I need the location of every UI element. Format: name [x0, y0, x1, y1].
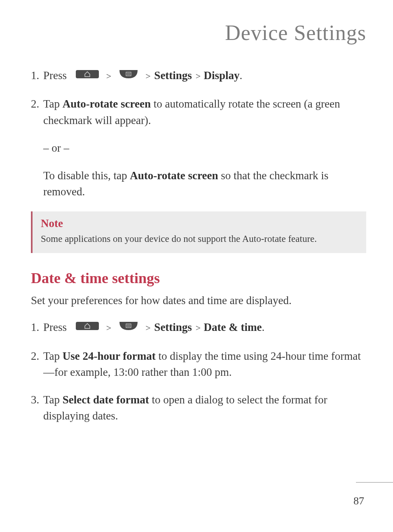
home-key-icon	[76, 319, 99, 335]
step-number: 1.	[31, 68, 43, 84]
separator: >	[145, 323, 151, 333]
manual-page: Device Settings 1. Press > >	[0, 0, 393, 532]
note-box: Note Some applications on your device do…	[31, 211, 366, 253]
date-format-label: Select date format	[63, 394, 149, 406]
separator: >	[195, 323, 204, 333]
section-title: Date & time settings	[31, 270, 366, 287]
text: Tap	[43, 98, 63, 110]
disable-instruction: To disable this, tap Auto-rotate screen …	[43, 168, 366, 200]
text: Tap	[43, 394, 63, 406]
step-1: 1. Press > > Settings >	[31, 68, 366, 84]
datetime-label: Date & time	[204, 321, 262, 333]
text-press: Press	[43, 321, 67, 333]
period: .	[240, 69, 243, 82]
24hour-label: Use 24-hour format	[63, 350, 156, 362]
step-number: 1.	[31, 319, 43, 336]
separator: >	[105, 71, 112, 81]
page-number: 87	[353, 495, 364, 507]
display-label: Display	[204, 69, 240, 82]
separator: >	[145, 71, 151, 81]
s2-step-3: 3. Tap Select date format to open a dial…	[31, 392, 366, 424]
page-title: Device Settings	[31, 21, 366, 45]
step-number: 2.	[31, 348, 43, 380]
section-intro: Set your preferences for how dates and t…	[31, 294, 366, 307]
step-number: 2.	[31, 96, 43, 128]
s2-step-2: 2. Tap Use 24-hour format to display the…	[31, 348, 366, 380]
step-body: Tap Auto-rotate screen to automatically …	[43, 96, 366, 128]
menu-key-icon	[119, 68, 138, 84]
text: Tap	[43, 350, 63, 362]
menu-key-icon	[119, 319, 138, 335]
step-number: 3.	[31, 392, 43, 424]
settings-label: Settings	[154, 69, 192, 82]
auto-rotate-label: Auto-rotate screen	[63, 98, 151, 110]
step-2: 2. Tap Auto-rotate screen to automatical…	[31, 96, 366, 128]
note-body: Some applications on your device do not …	[41, 232, 358, 246]
step-body: Press > > Settings > Display.	[43, 68, 366, 84]
footer-rule	[356, 482, 393, 483]
settings-label: Settings	[154, 321, 192, 333]
step-body: Press > > Settings > Date & time.	[43, 319, 366, 336]
s2-step-1: 1. Press > > Settings >	[31, 319, 366, 336]
text: To disable this, tap	[43, 169, 130, 182]
separator: >	[195, 71, 204, 81]
period: .	[262, 321, 264, 333]
separator: >	[105, 323, 112, 333]
auto-rotate-label: Auto-rotate screen	[130, 169, 218, 182]
step-body: Tap Select date format to open a dialog …	[43, 392, 366, 424]
step-body: Tap Use 24-hour format to display the ti…	[43, 348, 366, 380]
note-title: Note	[41, 217, 358, 230]
home-key-icon	[76, 68, 99, 84]
or-separator: – or –	[43, 140, 366, 156]
text-press: Press	[43, 69, 67, 82]
